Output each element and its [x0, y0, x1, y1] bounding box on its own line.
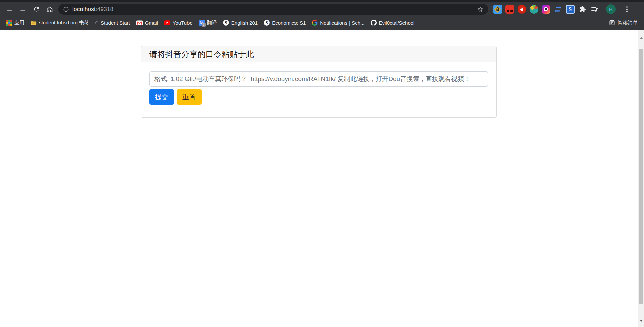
extensions-row: S — [493, 5, 599, 14]
bookmark-label: Economics: S1 — [272, 20, 306, 26]
generic-favicon — [95, 21, 98, 24]
share-code-input[interactable] — [149, 71, 488, 87]
folder-icon — [31, 20, 37, 25]
s-letter-extension-icon[interactable]: S — [566, 5, 575, 14]
gmail-icon — [136, 20, 143, 25]
media-controls-icon[interactable] — [590, 5, 599, 14]
url-port: :49318 — [96, 6, 113, 12]
hand-glyph-icon — [520, 7, 524, 12]
page-content: 请将抖音分享的口令粘贴于此 提交 重置 — [0, 30, 644, 327]
bookmark-youtube[interactable]: YouTube — [161, 18, 196, 28]
window-frame-strip — [0, 0, 644, 2]
sync-arrows-glyph — [554, 5, 562, 14]
bookmark-notifications[interactable]: Notifications | Sch... — [309, 18, 367, 28]
fruit-bowl-bg — [530, 5, 538, 14]
sync-arrows-extension-icon[interactable] — [553, 5, 562, 14]
camera-lens — [544, 7, 548, 11]
bookmark-label: YouTube — [173, 20, 193, 26]
lock-extension-icon[interactable] — [493, 5, 502, 14]
reading-list-label: 阅读清单 — [618, 20, 638, 26]
reload-button[interactable] — [30, 4, 43, 15]
browser-toolbar: ← → localhost:49318 — [0, 2, 644, 16]
reading-list-icon — [609, 20, 615, 26]
star-icon — [477, 6, 484, 13]
lock-extension-bg — [493, 5, 502, 14]
button-row: 提交 重置 — [149, 89, 488, 105]
puzzle-extensions-menu-icon[interactable] — [578, 5, 587, 14]
browser-menu-button[interactable] — [624, 6, 630, 12]
bookmark-folder-fuhsd[interactable]: student.fuhsd.org 书签 — [28, 18, 92, 28]
bookmark-label: Gmail — [145, 20, 158, 26]
url-host: localhost — [72, 6, 96, 12]
bookmark-label: Student Start — [101, 20, 130, 26]
google-icon — [312, 20, 318, 26]
douyin-paste-card: 请将抖音分享的口令粘贴于此 提交 重置 — [141, 46, 497, 118]
page-info-icon[interactable] — [63, 6, 69, 12]
lock-glyph-icon — [496, 7, 500, 11]
puzzle-glyph — [578, 5, 586, 13]
home-button[interactable] — [43, 4, 56, 15]
github-icon — [371, 20, 377, 26]
camera-extension-icon[interactable] — [541, 5, 550, 14]
bookmark-label: 应用 — [14, 20, 24, 26]
scrollbar-thumb[interactable] — [639, 49, 643, 304]
bookmarks-bar: 应用 student.fuhsd.org 书签 Student Start Gm… — [0, 16, 644, 30]
address-bar[interactable]: localhost:49318 — [58, 4, 488, 15]
bookmark-label: 翻译 — [207, 20, 217, 26]
bookmark-label: student.fuhsd.org 书签 — [39, 20, 89, 26]
card-body: 提交 重置 — [141, 62, 496, 117]
stop-octagon-bg — [518, 5, 526, 14]
profile-avatar[interactable]: H — [606, 4, 616, 14]
schoology-icon: S — [264, 20, 270, 26]
bookmark-translate[interactable]: G文 翻译 — [196, 18, 220, 28]
forward-button[interactable]: → — [16, 4, 30, 15]
bookmark-economics-s1[interactable]: S Economics: S1 — [261, 18, 309, 28]
browser-window: ← → localhost:49318 — [0, 0, 644, 327]
page-scrollbar[interactable] — [638, 30, 644, 327]
scroll-down-icon — [640, 320, 643, 322]
translate-icon: G文 — [199, 20, 205, 26]
scroll-up-icon — [640, 37, 643, 39]
bookmarks-bar-right: 阅读清单 — [602, 18, 641, 28]
fruit-bowl-extension-icon[interactable] — [529, 5, 538, 14]
home-icon — [46, 6, 53, 13]
bookmark-gmail[interactable]: Gmail — [133, 18, 161, 28]
url-text[interactable]: localhost:49318 — [72, 6, 113, 13]
scrollbar-down-button[interactable] — [638, 316, 644, 325]
bookmark-star-button[interactable] — [477, 6, 484, 13]
bookmark-english-201[interactable]: S English 201 — [220, 18, 261, 28]
two-dots-extension-icon[interactable] — [505, 5, 514, 14]
bookmark-label: English 201 — [231, 20, 258, 26]
stop-hand-extension-icon[interactable] — [517, 5, 526, 14]
divider — [602, 19, 602, 26]
two-dots-bg — [505, 5, 514, 14]
back-button[interactable]: ← — [3, 4, 16, 15]
card-header: 请将抖音分享的口令粘贴于此 — [141, 46, 496, 62]
bookmark-student-start[interactable]: Student Start — [92, 18, 133, 28]
bookmark-apps[interactable]: 应用 — [3, 18, 28, 28]
camera-bg — [542, 5, 550, 14]
scrollbar-up-button[interactable] — [638, 34, 644, 42]
reset-button[interactable]: 重置 — [177, 89, 202, 105]
back-arrow-icon: ← — [6, 5, 13, 13]
media-controls-glyph — [590, 5, 598, 13]
apps-grid-icon — [6, 20, 12, 26]
schoology-icon: S — [223, 20, 229, 26]
bookmark-label: Evil0ctal/School — [379, 20, 415, 26]
forward-arrow-icon: → — [19, 5, 27, 13]
submit-button[interactable]: 提交 — [149, 89, 174, 105]
reading-list-button[interactable]: 阅读清单 — [606, 18, 641, 28]
bookmark-github-school[interactable]: Evil0ctal/School — [368, 18, 418, 28]
youtube-icon — [164, 20, 170, 25]
reload-icon — [33, 6, 40, 13]
card-title: 请将抖音分享的口令粘贴于此 — [149, 49, 254, 60]
bookmark-label: Notifications | Sch... — [320, 20, 364, 26]
s-letter-bg: S — [566, 5, 575, 14]
